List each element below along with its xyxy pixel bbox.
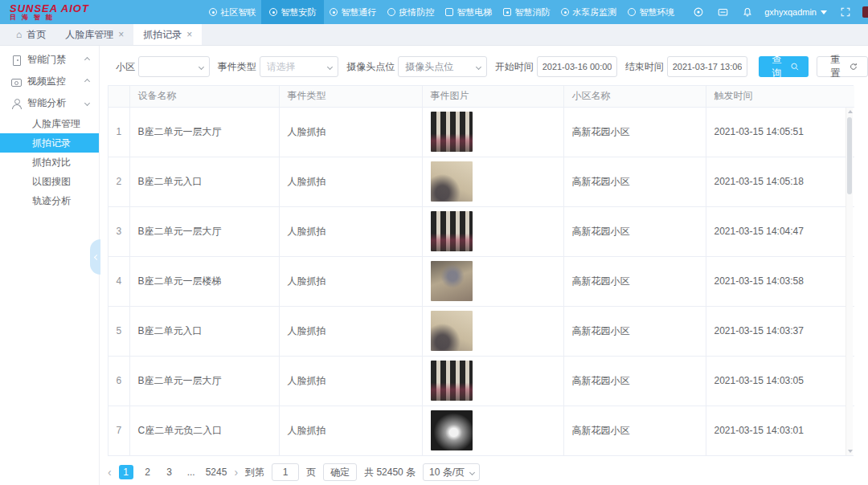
- goto-page-input[interactable]: [272, 463, 299, 481]
- page-number-3[interactable]: 3: [162, 465, 177, 479]
- event-image-cell: [422, 157, 563, 206]
- vertical-scrollbar[interactable]: [845, 108, 853, 455]
- access-pass-icon: [330, 8, 338, 16]
- event-image-cell: [422, 256, 563, 306]
- sidebar-item-label: 以图搜图: [32, 175, 71, 189]
- sidebar-item-trajectory[interactable]: 轨迹分析: [0, 191, 99, 210]
- scrollbar-thumb[interactable]: [847, 117, 852, 194]
- tab-label: 抓拍记录: [143, 28, 182, 42]
- search-button[interactable]: 查询: [759, 56, 809, 77]
- fullscreen-icon[interactable]: [840, 6, 851, 18]
- brand-logo-text: SUNSEA AIOT: [10, 3, 130, 14]
- video-camera-icon: [11, 77, 21, 87]
- capture-thumbnail[interactable]: [431, 161, 473, 202]
- nav-item-community[interactable]: 社区智联: [203, 0, 261, 24]
- sidebar-group-label: 视频监控: [27, 75, 66, 88]
- settings-gear-icon[interactable]: [693, 6, 704, 18]
- nav-item-access[interactable]: 智慧通行: [324, 0, 382, 24]
- event-image-cell: [422, 356, 563, 406]
- start-time-input[interactable]: [537, 56, 617, 77]
- top-nav: 社区智联 智慧安防 智慧通行 疫情防控 智慧电梯 智慧消防: [203, 0, 680, 24]
- brand-logo: SUNSEA AIOT 日海智能: [10, 3, 130, 21]
- capture-thumbnail[interactable]: [431, 261, 473, 301]
- row-index: 3: [108, 206, 129, 256]
- sidebar-item-face-library[interactable]: 人脸库管理: [0, 114, 99, 133]
- app-window: SUNSEA AIOT 日海智能 社区智联 智慧安防 智慧通行 疫情防控: [0, 0, 868, 485]
- capture-thumbnail[interactable]: [431, 361, 473, 401]
- home-icon: ⌂: [16, 29, 22, 40]
- sidebar-item-image-search[interactable]: 以图搜图: [0, 172, 99, 191]
- page-number-2[interactable]: 2: [141, 465, 155, 479]
- username-text: gxhyxqadmin: [764, 7, 817, 17]
- chevron-down-icon: [476, 64, 481, 70]
- search-button-label: 查询: [768, 53, 786, 80]
- capture-thumbnail[interactable]: [431, 410, 473, 450]
- nav-item-label: 智慧安防: [280, 6, 316, 18]
- sidebar-item-label: 抓拍对比: [32, 156, 71, 169]
- column-header-trigger-time: 触发时间: [706, 86, 854, 107]
- content-area: 小区 事件类型 请选择 摄像头点位 摄像头点位 开始时间 结束时间: [100, 46, 868, 485]
- nav-item-environment[interactable]: 智慧环境: [622, 0, 680, 24]
- nav-item-pump[interactable]: 水泵房监测: [555, 0, 622, 24]
- reset-button[interactable]: 重置: [817, 56, 868, 77]
- user-menu[interactable]: gxhyxqadmin: [764, 7, 827, 17]
- device-name-cell: B座二单元一层大厅: [129, 356, 279, 406]
- trigger-time-cell: 2021-03-15 14:04:47: [706, 206, 854, 256]
- prev-page-arrow[interactable]: ‹: [108, 467, 112, 478]
- next-page-arrow[interactable]: ›: [234, 467, 238, 478]
- event-type-cell: 人脸抓拍: [279, 107, 422, 157]
- scroll-down-arrow-icon[interactable]: [846, 448, 854, 455]
- brand-logo-subtext: 日海智能: [10, 14, 130, 21]
- trigger-time-cell: 2021-03-15 14:05:51: [706, 107, 854, 157]
- tab-capture-records[interactable]: 抓拍记录 ×: [133, 24, 202, 45]
- page-number-last[interactable]: 5245: [206, 465, 227, 479]
- capture-thumbnail[interactable]: [431, 211, 473, 251]
- column-header-event-image: 事件图片: [422, 86, 563, 107]
- nav-item-label: 智慧电梯: [457, 6, 492, 18]
- row-index: 7: [108, 406, 129, 455]
- nav-item-elevator[interactable]: 智慧电梯: [440, 0, 497, 24]
- capture-records-table: 设备名称 事件类型 事件图片 小区名称 触发时间 1 B座二单元一层大厅 人脸抓…: [108, 85, 854, 456]
- scroll-up-arrow-icon[interactable]: [846, 108, 854, 115]
- search-icon: [790, 62, 800, 71]
- community-link-icon: [209, 8, 217, 16]
- page-number-1[interactable]: 1: [119, 465, 133, 479]
- notification-bell-icon[interactable]: [742, 6, 753, 18]
- camera-select[interactable]: 摄像头点位: [398, 56, 486, 77]
- goto-confirm-button[interactable]: 确定: [323, 463, 357, 481]
- page-size-select[interactable]: 10 条/页: [423, 463, 480, 481]
- message-card-icon[interactable]: [717, 6, 729, 18]
- page-ellipsis: ...: [184, 465, 199, 479]
- nav-item-label: 社区智联: [220, 6, 256, 18]
- community-cell: 高新花园小区: [563, 107, 706, 157]
- close-icon[interactable]: ×: [186, 30, 192, 39]
- trigger-time-cell: 2021-03-15 14:05:18: [706, 157, 854, 206]
- nav-item-epidemic[interactable]: 疫情防控: [382, 0, 440, 24]
- goto-page-label: 到第: [245, 466, 264, 479]
- end-time-input[interactable]: [667, 56, 747, 77]
- nav-item-fire[interactable]: 智慧消防: [497, 0, 555, 24]
- sidebar-item-capture-compare[interactable]: 抓拍对比: [0, 153, 99, 172]
- capture-thumbnail[interactable]: [431, 311, 473, 351]
- community-select[interactable]: [138, 56, 210, 77]
- sidebar-item-capture-records[interactable]: 抓拍记录: [0, 133, 99, 153]
- sidebar-item-label: 人脸库管理: [32, 117, 80, 131]
- event-image-cell: [422, 107, 563, 157]
- event-type-select[interactable]: 请选择: [260, 56, 339, 77]
- tab-home[interactable]: ⌂ 首页: [6, 24, 55, 45]
- sidebar-group-video-monitor[interactable]: 视频监控: [0, 71, 99, 92]
- page-word-label: 页: [306, 466, 316, 479]
- trigger-time-cell: 2021-03-15 14:03:58: [706, 256, 854, 306]
- sidebar-group-door-access[interactable]: 智能门禁: [0, 49, 99, 71]
- sidebar: 智能门禁 视频监控 智能分析 人脸库管理 抓拍记录 抓拍对比: [0, 46, 100, 485]
- event-type-cell: 人脸抓拍: [279, 306, 422, 356]
- column-header-device: 设备名称: [129, 86, 279, 107]
- capture-thumbnail[interactable]: [431, 112, 473, 152]
- sidebar-collapse-handle[interactable]: [90, 239, 100, 275]
- sidebar-group-smart-analysis[interactable]: 智能分析: [0, 92, 99, 114]
- device-name-cell: B座二单元入口: [129, 306, 279, 356]
- tab-face-library[interactable]: 人脸库管理 ×: [55, 24, 133, 45]
- clipped-edge-icon[interactable]: [862, 6, 868, 18]
- close-icon[interactable]: ×: [118, 30, 124, 39]
- nav-item-security[interactable]: 智慧安防: [261, 0, 324, 24]
